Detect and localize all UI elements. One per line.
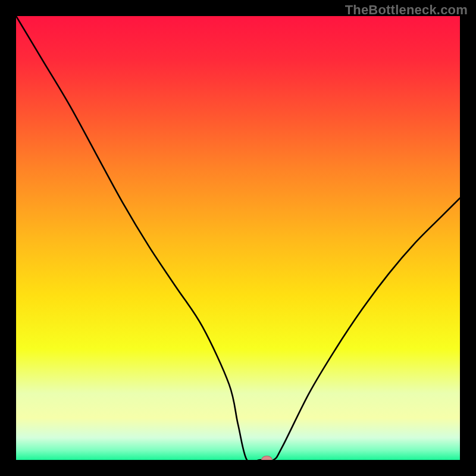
- plot-viewport: [16, 16, 460, 460]
- bottleneck-chart: [16, 16, 460, 460]
- chart-frame: TheBottleneck.com: [0, 0, 476, 476]
- watermark-text: TheBottleneck.com: [345, 2, 468, 18]
- gradient-background: [16, 16, 460, 460]
